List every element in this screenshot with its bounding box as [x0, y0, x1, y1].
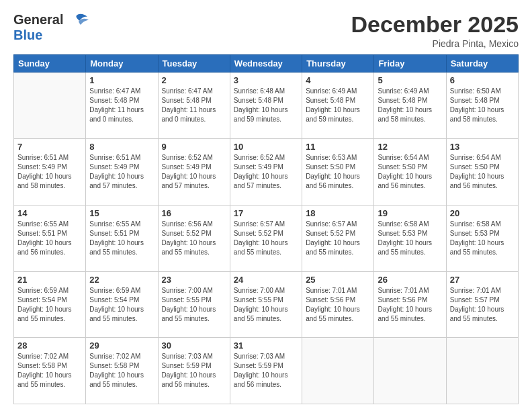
day-info: Sunrise: 6:50 AMSunset: 5:48 PMDaylight:…: [450, 87, 515, 124]
day-info: Sunrise: 6:55 AMSunset: 5:51 PMDaylight:…: [17, 220, 82, 257]
day-number: 30: [162, 340, 226, 351]
calendar-cell: 5Sunrise: 6:49 AMSunset: 5:48 PMDaylight…: [374, 73, 446, 139]
sunrise-text: Sunrise: 6:57 AM: [234, 220, 298, 229]
sunset-text: Sunset: 5:50 PM: [450, 163, 515, 172]
daylight-text: Daylight: 10 hours: [89, 371, 154, 380]
calendar-cell: [374, 338, 446, 404]
sunset-text: Sunset: 5:55 PM: [162, 295, 226, 305]
calendar-cell: 15Sunrise: 6:55 AMSunset: 5:51 PMDayligh…: [86, 205, 158, 271]
calendar-cell: 14Sunrise: 6:55 AMSunset: 5:51 PMDayligh…: [14, 205, 86, 271]
day-info: Sunrise: 7:01 AMSunset: 5:56 PMDaylight:…: [378, 286, 442, 324]
daylight-text: Daylight: 10 hours: [450, 305, 515, 314]
day-info: Sunrise: 7:00 AMSunset: 5:55 PMDaylight:…: [234, 286, 298, 324]
day-info: Sunrise: 6:58 AMSunset: 5:53 PMDaylight:…: [450, 220, 515, 257]
daylight-text: Daylight: 10 hours: [89, 305, 154, 314]
sunset-text: Sunset: 5:55 PM: [234, 295, 298, 305]
sunset-text: Sunset: 5:48 PM: [306, 96, 370, 105]
daylight-text-2: and 55 minutes.: [89, 248, 154, 257]
logo-line: General: [13, 12, 89, 28]
sunrise-text: Sunrise: 6:47 AM: [162, 87, 226, 96]
daylight-text-2: and 55 minutes.: [306, 248, 370, 257]
sunrise-text: Sunrise: 7:00 AM: [162, 286, 226, 295]
calendar-week-4: 21Sunrise: 6:59 AMSunset: 5:54 PMDayligh…: [14, 271, 519, 338]
calendar-cell: 10Sunrise: 6:52 AMSunset: 5:49 PMDayligh…: [230, 139, 302, 205]
column-header-monday: Monday: [86, 55, 158, 73]
day-info: Sunrise: 6:48 AMSunset: 5:48 PMDaylight:…: [234, 87, 298, 124]
calendar-cell: 18Sunrise: 6:57 AMSunset: 5:52 PMDayligh…: [302, 205, 374, 271]
sunset-text: Sunset: 5:56 PM: [378, 295, 442, 305]
sunset-text: Sunset: 5:59 PM: [162, 361, 226, 371]
day-number: 6: [450, 75, 515, 85]
sunrise-text: Sunrise: 7:01 AM: [450, 286, 515, 295]
sunrise-text: Sunrise: 6:59 AM: [17, 286, 82, 295]
day-number: 7: [17, 142, 82, 152]
sunrise-text: Sunrise: 6:58 AM: [450, 220, 515, 229]
sunrise-text: Sunrise: 6:48 AM: [234, 87, 298, 96]
daylight-text: Daylight: 10 hours: [234, 172, 298, 181]
daylight-text-2: and 58 minutes.: [450, 115, 515, 124]
daylight-text-2: and 55 minutes.: [450, 314, 515, 324]
calendar-cell: [14, 73, 86, 139]
daylight-text-2: and 56 minutes.: [17, 248, 82, 257]
day-number: 27: [450, 275, 515, 285]
sunrise-text: Sunrise: 7:01 AM: [378, 286, 442, 295]
sunrise-text: Sunrise: 6:57 AM: [306, 220, 370, 229]
sunrise-text: Sunrise: 7:00 AM: [234, 286, 298, 295]
sunset-text: Sunset: 5:59 PM: [234, 361, 298, 371]
daylight-text: Daylight: 10 hours: [89, 172, 154, 181]
daylight-text: Daylight: 10 hours: [306, 305, 370, 314]
day-number: 20: [450, 208, 515, 218]
sunrise-text: Sunrise: 6:53 AM: [306, 153, 370, 163]
daylight-text: Daylight: 10 hours: [306, 238, 370, 248]
day-info: Sunrise: 7:01 AMSunset: 5:57 PMDaylight:…: [450, 286, 515, 324]
column-header-friday: Friday: [374, 55, 446, 73]
sunset-text: Sunset: 5:52 PM: [306, 229, 370, 238]
calendar-cell: [302, 338, 374, 404]
calendar-cell: 27Sunrise: 7:01 AMSunset: 5:57 PMDayligh…: [446, 271, 518, 338]
daylight-text-2: and 55 minutes.: [234, 314, 298, 324]
calendar-cell: 12Sunrise: 6:54 AMSunset: 5:50 PMDayligh…: [374, 139, 446, 205]
daylight-text: Daylight: 10 hours: [378, 238, 442, 248]
sunset-text: Sunset: 5:52 PM: [162, 229, 226, 238]
calendar-cell: [446, 338, 518, 404]
day-info: Sunrise: 6:57 AMSunset: 5:52 PMDaylight:…: [234, 220, 298, 257]
day-info: Sunrise: 7:03 AMSunset: 5:59 PMDaylight:…: [234, 352, 298, 390]
day-number: 26: [378, 275, 442, 285]
sunrise-text: Sunrise: 7:03 AM: [234, 352, 298, 361]
day-number: 13: [450, 142, 515, 152]
calendar-cell: 2Sunrise: 6:47 AMSunset: 5:48 PMDaylight…: [158, 73, 230, 139]
daylight-text-2: and 55 minutes.: [306, 314, 370, 324]
daylight-text-2: and 57 minutes.: [234, 181, 298, 191]
daylight-text-2: and 59 minutes.: [234, 115, 298, 124]
daylight-text-2: and 56 minutes.: [306, 181, 370, 191]
daylight-text-2: and 55 minutes.: [89, 380, 154, 390]
daylight-text-2: and 0 minutes.: [89, 115, 154, 124]
sunrise-text: Sunrise: 6:55 AM: [17, 220, 82, 229]
day-info: Sunrise: 7:01 AMSunset: 5:56 PMDaylight:…: [306, 286, 370, 324]
day-info: Sunrise: 6:55 AMSunset: 5:51 PMDaylight:…: [89, 220, 154, 257]
calendar-week-5: 28Sunrise: 7:02 AMSunset: 5:58 PMDayligh…: [14, 338, 519, 404]
daylight-text: Daylight: 10 hours: [378, 172, 442, 181]
logo-blue: Blue: [13, 28, 42, 42]
day-number: 4: [306, 75, 370, 85]
sunset-text: Sunset: 5:49 PM: [234, 163, 298, 172]
calendar-cell: 22Sunrise: 6:59 AMSunset: 5:54 PMDayligh…: [86, 271, 158, 338]
day-number: 22: [89, 275, 154, 285]
calendar-cell: 16Sunrise: 6:56 AMSunset: 5:52 PMDayligh…: [158, 205, 230, 271]
calendar-cell: 11Sunrise: 6:53 AMSunset: 5:50 PMDayligh…: [302, 139, 374, 205]
daylight-text: Daylight: 10 hours: [306, 172, 370, 181]
sunset-text: Sunset: 5:57 PM: [450, 295, 515, 305]
sunset-text: Sunset: 5:53 PM: [450, 229, 515, 238]
day-number: 23: [162, 275, 226, 285]
day-number: 3: [234, 75, 298, 85]
sunset-text: Sunset: 5:49 PM: [89, 163, 154, 172]
daylight-text: Daylight: 10 hours: [17, 371, 82, 380]
sunrise-text: Sunrise: 6:47 AM: [89, 87, 154, 96]
day-number: 15: [89, 208, 154, 218]
daylight-text-2: and 55 minutes.: [234, 248, 298, 257]
sunrise-text: Sunrise: 6:49 AM: [306, 87, 370, 96]
calendar-table: SundayMondayTuesdayWednesdayThursdayFrid…: [13, 54, 519, 404]
sunset-text: Sunset: 5:54 PM: [89, 295, 154, 305]
calendar-title: December 2025: [351, 12, 519, 37]
sunset-text: Sunset: 5:48 PM: [89, 96, 154, 105]
